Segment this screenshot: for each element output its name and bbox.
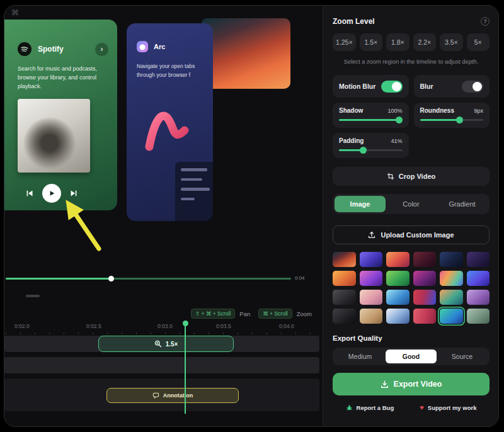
padding-slider[interactable] — [339, 149, 403, 151]
quality-good[interactable]: Good — [386, 350, 437, 363]
editor-left-pane: ⌘ Spotify › Search for music and podcast… — [4, 6, 323, 426]
zoom-option-1-5x[interactable]: 1.5× — [360, 33, 383, 51]
bug-icon — [346, 404, 353, 411]
wallpaper-thumb-16[interactable] — [413, 290, 437, 305]
spotify-card-title: Spotify — [38, 45, 64, 54]
shadow-slider-knob[interactable] — [396, 117, 403, 123]
quality-medium[interactable]: Medium — [335, 350, 386, 363]
wallpaper-thumb-13[interactable] — [333, 290, 356, 305]
annotation-segment-label: Annotation — [163, 392, 193, 399]
tab-gradient[interactable]: Gradient — [437, 196, 488, 212]
magnifier-plus-icon — [154, 340, 162, 348]
zoom-shortcut-badge: ⌘ + Scroll — [258, 309, 292, 319]
pan-hint-label: Pan — [239, 310, 250, 317]
help-icon[interactable]: ? — [481, 17, 490, 26]
quality-source[interactable]: Source — [437, 350, 488, 363]
wallpaper-thumb-8[interactable] — [360, 271, 383, 286]
wallpaper-thumb-6[interactable] — [467, 252, 490, 267]
ruler-label: 0:02.5 — [86, 323, 101, 329]
wallpaper-thumb-15[interactable] — [386, 290, 410, 305]
playhead-handle[interactable] — [183, 321, 188, 326]
wallpaper-thumb-7[interactable] — [333, 271, 356, 286]
roundness-slider[interactable] — [420, 119, 484, 121]
shadow-label: Shadow — [339, 107, 363, 114]
zoom-level-title: Zoom Level — [333, 17, 375, 26]
report-bug-link[interactable]: Report a Bug — [346, 404, 394, 411]
motion-blur-label: Motion Blur — [339, 82, 375, 90]
padding-card: Padding 41% — [333, 133, 409, 158]
wallpaper-thumb-18[interactable] — [467, 290, 490, 305]
wallpaper-grid — [333, 252, 490, 324]
roundness-slider-knob[interactable] — [456, 117, 463, 123]
zoom-region-segment[interactable]: 1.5× — [98, 336, 234, 352]
wallpaper-thumb-24[interactable] — [467, 309, 490, 324]
spotify-card-header: Spotify › — [18, 42, 108, 56]
export-quality-title: Export Quality — [333, 334, 490, 342]
tab-row — [181, 188, 210, 191]
upload-custom-image-button[interactable]: Upload Custom Image — [333, 225, 490, 244]
wallpaper-thumb-11[interactable] — [440, 271, 463, 286]
progress-fill — [6, 278, 112, 280]
playhead-line[interactable] — [185, 326, 186, 414]
upload-icon — [368, 231, 375, 239]
roundness-label: Roundness — [420, 107, 454, 114]
blur-toggle[interactable] — [462, 81, 483, 93]
settings-panel: Zoom Level ? 1.25× 1.5× 1.8× 2.2× 3.5× 5… — [323, 6, 498, 426]
timeline-resize-handle[interactable] — [26, 295, 40, 297]
annotation-arrow[interactable] — [59, 193, 108, 253]
export-video-button[interactable]: Export Video — [333, 373, 490, 395]
zoom-option-5x[interactable]: 5× — [467, 33, 490, 51]
arc-app-icon — [137, 41, 148, 52]
padding-value: 41% — [391, 138, 402, 144]
ruler-label: 0:03.5 — [216, 323, 231, 329]
arc-card-description: Navigate your open tabs through your bro… — [137, 62, 205, 79]
support-link[interactable]: ♥ Support my work — [420, 404, 476, 411]
video-track-2[interactable] — [4, 357, 319, 373]
zoom-hint-label: Zoom — [297, 310, 312, 317]
screen-recorder-window: ⌘ Spotify › Search for music and podcast… — [4, 5, 499, 427]
shadow-slider[interactable] — [339, 119, 403, 121]
zoom-option-1-25x[interactable]: 1.25× — [333, 33, 356, 51]
padding-slider-knob[interactable] — [360, 147, 367, 154]
blur-label: Blur — [420, 82, 433, 90]
crop-video-button[interactable]: Crop Video — [333, 167, 490, 186]
arc-tab-list — [175, 162, 213, 221]
pan-shortcut-badge: ⇧ + ⌘ + Scroll — [191, 309, 235, 319]
wallpaper-thumb-3[interactable] — [386, 252, 410, 267]
playback-progress-bar[interactable] — [6, 278, 291, 280]
wallpaper-thumb-4[interactable] — [413, 252, 437, 267]
shadow-card: Shadow 100% — [333, 103, 409, 128]
wallpaper-thumb-14[interactable] — [360, 290, 383, 305]
roundness-value: 9px — [474, 108, 483, 114]
zoom-option-3-5x[interactable]: 3.5× — [440, 33, 463, 51]
spotify-preview-card: Spotify › Search for music and podcasts,… — [4, 20, 117, 210]
ruler-label: 0:02.0 — [14, 323, 30, 329]
skip-previous-icon — [25, 189, 34, 198]
wallpaper-thumb-2[interactable] — [360, 252, 383, 267]
chevron-right-icon: › — [95, 43, 108, 56]
wallpaper-thumb-22[interactable] — [413, 309, 437, 324]
tab-image[interactable]: Image — [335, 196, 386, 212]
wallpaper-thumb-1[interactable] — [333, 252, 356, 267]
background-source-tabs: Image Color Gradient — [333, 194, 490, 214]
timeline-hints: ⇧ + ⌘ + Scroll Pan ⌘ + Scroll Zoom — [4, 309, 319, 319]
zoom-option-1-8x[interactable]: 1.8× — [386, 33, 410, 51]
wallpaper-thumb-5[interactable] — [440, 252, 463, 267]
download-icon — [381, 380, 389, 389]
wallpaper-thumb-12[interactable] — [467, 271, 490, 286]
motion-blur-toggle[interactable] — [381, 81, 403, 93]
tab-color[interactable]: Color — [386, 196, 437, 212]
wallpaper-thumb-10[interactable] — [413, 271, 437, 286]
crop-icon — [387, 173, 394, 180]
heart-icon: ♥ — [420, 404, 424, 411]
wallpaper-thumb-9[interactable] — [386, 271, 410, 286]
wallpaper-thumb-19[interactable] — [333, 309, 356, 324]
zoom-option-2-2x[interactable]: 2.2× — [413, 33, 437, 51]
wallpaper-thumb-20[interactable] — [360, 309, 383, 324]
wallpaper-thumb-23[interactable] — [440, 309, 463, 324]
wallpaper-thumb-21[interactable] — [386, 309, 410, 324]
wallpaper-thumb-17[interactable] — [440, 290, 463, 305]
annotation-segment[interactable]: Annotation — [106, 388, 239, 403]
progress-handle[interactable] — [108, 276, 114, 281]
arc-card-title: Arc — [154, 43, 165, 50]
